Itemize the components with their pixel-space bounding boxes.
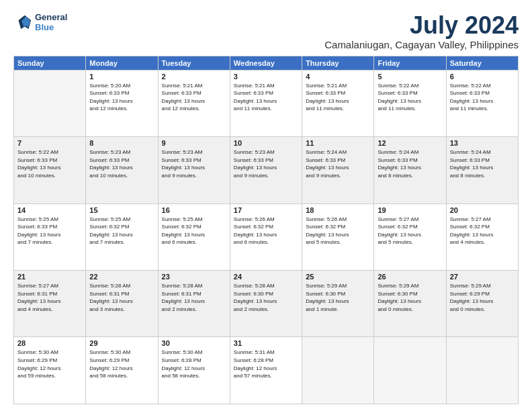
day-number: 6 <box>450 73 515 81</box>
calendar-cell <box>374 337 446 404</box>
day-number: 29 <box>89 339 154 347</box>
calendar-cell: 19Sunrise: 5:27 AM Sunset: 6:32 PM Dayli… <box>374 203 446 270</box>
day-number: 19 <box>378 206 442 214</box>
day-number: 2 <box>162 73 226 81</box>
day-info: Sunrise: 5:25 AM Sunset: 6:33 PM Dayligh… <box>17 216 82 246</box>
day-info: Sunrise: 5:29 AM Sunset: 6:30 PM Dayligh… <box>306 282 370 313</box>
header: General Blue July 2024 Camalaniugan, Cag… <box>13 12 519 50</box>
calendar-cell: 24Sunrise: 5:28 AM Sunset: 6:30 PM Dayli… <box>230 271 302 337</box>
calendar-cell: 9Sunrise: 5:23 AM Sunset: 6:33 PM Daylig… <box>158 137 230 203</box>
calendar-table: SundayMondayTuesdayWednesdayThursdayFrid… <box>13 56 519 404</box>
logo-icon <box>13 13 32 32</box>
day-info: Sunrise: 5:24 AM Sunset: 6:33 PM Dayligh… <box>450 148 515 179</box>
day-info: Sunrise: 5:29 AM Sunset: 6:29 PM Dayligh… <box>450 282 515 313</box>
calendar-cell: 11Sunrise: 5:24 AM Sunset: 6:33 PM Dayli… <box>302 137 374 203</box>
calendar-week-row: 7Sunrise: 5:22 AM Sunset: 6:33 PM Daylig… <box>14 137 519 203</box>
day-number: 14 <box>17 206 82 214</box>
day-info: Sunrise: 5:28 AM Sunset: 6:31 PM Dayligh… <box>89 282 154 313</box>
calendar-cell: 30Sunrise: 5:30 AM Sunset: 6:28 PM Dayli… <box>158 337 230 404</box>
calendar-cell: 7Sunrise: 5:22 AM Sunset: 6:33 PM Daylig… <box>14 137 86 203</box>
calendar-cell: 31Sunrise: 5:31 AM Sunset: 6:28 PM Dayli… <box>230 337 302 404</box>
day-info: Sunrise: 5:27 AM Sunset: 6:32 PM Dayligh… <box>450 216 515 246</box>
calendar-week-row: 14Sunrise: 5:25 AM Sunset: 6:33 PM Dayli… <box>14 203 519 270</box>
day-number: 30 <box>162 339 226 347</box>
day-number: 26 <box>378 273 442 281</box>
day-info: Sunrise: 5:20 AM Sunset: 6:33 PM Dayligh… <box>89 82 154 113</box>
day-number: 9 <box>162 139 226 147</box>
day-number: 17 <box>234 206 298 214</box>
calendar-cell: 8Sunrise: 5:23 AM Sunset: 6:33 PM Daylig… <box>86 137 158 203</box>
day-info: Sunrise: 5:25 AM Sunset: 6:32 PM Dayligh… <box>162 216 226 246</box>
day-number: 25 <box>306 273 370 281</box>
day-info: Sunrise: 5:27 AM Sunset: 6:32 PM Dayligh… <box>378 216 442 246</box>
day-info: Sunrise: 5:23 AM Sunset: 6:33 PM Dayligh… <box>234 148 298 179</box>
calendar-cell: 15Sunrise: 5:25 AM Sunset: 6:32 PM Dayli… <box>86 203 158 270</box>
col-header-friday: Friday <box>374 56 446 70</box>
day-info: Sunrise: 5:21 AM Sunset: 6:33 PM Dayligh… <box>306 82 370 113</box>
calendar-cell <box>14 70 86 136</box>
calendar-cell: 23Sunrise: 5:28 AM Sunset: 6:31 PM Dayli… <box>158 271 230 337</box>
day-info: Sunrise: 5:21 AM Sunset: 6:33 PM Dayligh… <box>162 82 226 113</box>
page: General Blue July 2024 Camalaniugan, Cag… <box>0 0 532 411</box>
day-info: Sunrise: 5:29 AM Sunset: 6:30 PM Dayligh… <box>378 282 442 313</box>
day-number: 27 <box>450 273 515 281</box>
day-info: Sunrise: 5:28 AM Sunset: 6:31 PM Dayligh… <box>162 282 226 313</box>
calendar-cell <box>302 337 374 404</box>
calendar-week-row: 1Sunrise: 5:20 AM Sunset: 6:33 PM Daylig… <box>14 70 519 136</box>
day-info: Sunrise: 5:22 AM Sunset: 6:33 PM Dayligh… <box>17 148 82 179</box>
calendar-cell: 17Sunrise: 5:26 AM Sunset: 6:32 PM Dayli… <box>230 203 302 270</box>
calendar-cell: 3Sunrise: 5:21 AM Sunset: 6:33 PM Daylig… <box>230 70 302 136</box>
day-info: Sunrise: 5:27 AM Sunset: 6:31 PM Dayligh… <box>17 282 82 313</box>
calendar-cell: 22Sunrise: 5:28 AM Sunset: 6:31 PM Dayli… <box>86 271 158 337</box>
calendar-cell: 16Sunrise: 5:25 AM Sunset: 6:32 PM Dayli… <box>158 203 230 270</box>
day-number: 1 <box>89 73 154 81</box>
day-number: 5 <box>378 73 442 81</box>
day-info: Sunrise: 5:30 AM Sunset: 6:29 PM Dayligh… <box>17 349 82 379</box>
day-number: 4 <box>306 73 370 81</box>
calendar-cell: 6Sunrise: 5:22 AM Sunset: 6:33 PM Daylig… <box>446 70 518 136</box>
calendar-cell: 26Sunrise: 5:29 AM Sunset: 6:30 PM Dayli… <box>374 271 446 337</box>
calendar-cell: 25Sunrise: 5:29 AM Sunset: 6:30 PM Dayli… <box>302 271 374 337</box>
day-info: Sunrise: 5:31 AM Sunset: 6:28 PM Dayligh… <box>234 349 298 379</box>
calendar-cell <box>446 337 518 404</box>
calendar-cell: 21Sunrise: 5:27 AM Sunset: 6:31 PM Dayli… <box>14 271 86 337</box>
calendar-cell: 10Sunrise: 5:23 AM Sunset: 6:33 PM Dayli… <box>230 137 302 203</box>
calendar-cell: 20Sunrise: 5:27 AM Sunset: 6:32 PM Dayli… <box>446 203 518 270</box>
day-number: 20 <box>450 206 515 214</box>
day-number: 11 <box>306 139 370 147</box>
day-number: 13 <box>450 139 515 147</box>
day-number: 15 <box>89 206 154 214</box>
calendar-cell: 12Sunrise: 5:24 AM Sunset: 6:33 PM Dayli… <box>374 137 446 203</box>
title-block: July 2024 Camalaniugan, Cagayan Valley, … <box>324 12 519 50</box>
calendar-cell: 27Sunrise: 5:29 AM Sunset: 6:29 PM Dayli… <box>446 271 518 337</box>
day-number: 8 <box>89 139 154 147</box>
day-info: Sunrise: 5:21 AM Sunset: 6:33 PM Dayligh… <box>234 82 298 113</box>
day-info: Sunrise: 5:24 AM Sunset: 6:33 PM Dayligh… <box>306 148 370 179</box>
day-info: Sunrise: 5:28 AM Sunset: 6:30 PM Dayligh… <box>234 282 298 313</box>
col-header-saturday: Saturday <box>446 56 518 70</box>
calendar-cell: 4Sunrise: 5:21 AM Sunset: 6:33 PM Daylig… <box>302 70 374 136</box>
col-header-thursday: Thursday <box>302 56 374 70</box>
day-number: 21 <box>17 273 82 281</box>
calendar-cell: 13Sunrise: 5:24 AM Sunset: 6:33 PM Dayli… <box>446 137 518 203</box>
col-header-tuesday: Tuesday <box>158 56 230 70</box>
calendar-cell: 29Sunrise: 5:30 AM Sunset: 6:29 PM Dayli… <box>86 337 158 404</box>
col-header-sunday: Sunday <box>14 56 86 70</box>
calendar-cell: 2Sunrise: 5:21 AM Sunset: 6:33 PM Daylig… <box>158 70 230 136</box>
day-info: Sunrise: 5:22 AM Sunset: 6:33 PM Dayligh… <box>378 82 442 113</box>
day-number: 18 <box>306 206 370 214</box>
subtitle: Camalaniugan, Cagayan Valley, Philippine… <box>324 39 519 50</box>
day-number: 3 <box>234 73 298 81</box>
calendar-cell: 1Sunrise: 5:20 AM Sunset: 6:33 PM Daylig… <box>86 70 158 136</box>
day-info: Sunrise: 5:25 AM Sunset: 6:32 PM Dayligh… <box>89 216 154 246</box>
day-number: 24 <box>234 273 298 281</box>
calendar-week-row: 28Sunrise: 5:30 AM Sunset: 6:29 PM Dayli… <box>14 337 519 404</box>
day-number: 16 <box>162 206 226 214</box>
day-number: 23 <box>162 273 226 281</box>
calendar-header-row: SundayMondayTuesdayWednesdayThursdayFrid… <box>14 56 519 70</box>
day-number: 10 <box>234 139 298 147</box>
day-number: 31 <box>234 339 298 347</box>
col-header-monday: Monday <box>86 56 158 70</box>
calendar-cell: 5Sunrise: 5:22 AM Sunset: 6:33 PM Daylig… <box>374 70 446 136</box>
day-number: 7 <box>17 139 82 147</box>
